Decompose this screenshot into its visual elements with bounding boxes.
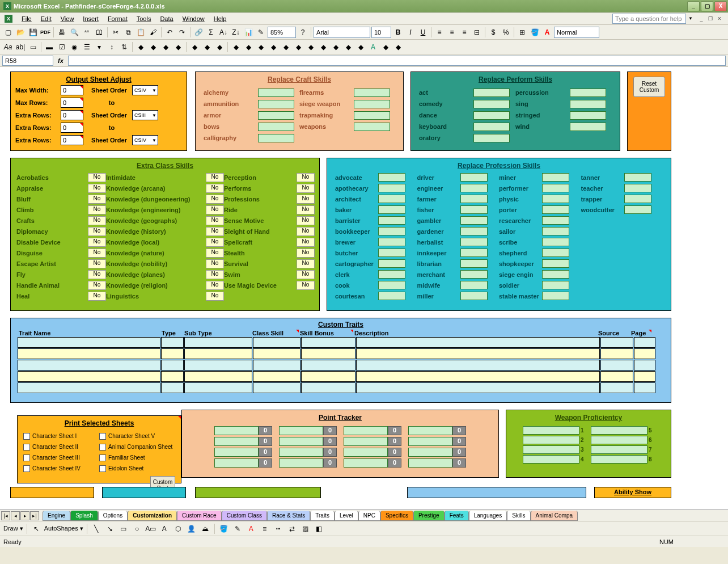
- tool-icon[interactable]: ◆: [318, 41, 329, 53]
- combo-icon[interactable]: ▾: [94, 41, 105, 53]
- tracker-input[interactable]: [214, 437, 259, 446]
- weapon-input[interactable]: [523, 436, 579, 444]
- class-skill-toggle[interactable]: No: [88, 249, 106, 258]
- currency-icon[interactable]: $: [488, 27, 499, 38]
- tracker-input[interactable]: [279, 437, 323, 446]
- value-spinner[interactable]: 0: [61, 135, 83, 145]
- tool-icon[interactable]: ◆: [160, 41, 171, 53]
- tool-icon[interactable]: ◆: [135, 41, 146, 53]
- profession-input[interactable]: [542, 281, 569, 289]
- tool-icon[interactable]: ◆: [243, 41, 254, 53]
- class-skill-toggle[interactable]: No: [206, 292, 224, 301]
- line-color-icon[interactable]: ✎: [232, 523, 243, 534]
- skill-input[interactable]: [473, 100, 510, 108]
- tool-icon[interactable]: ◆: [172, 41, 184, 53]
- sheet-tab-prestige[interactable]: Prestige: [413, 511, 445, 521]
- pdf-icon[interactable]: PDF: [40, 27, 51, 38]
- weapon-input[interactable]: [591, 455, 647, 464]
- class-skill-toggle[interactable]: No: [88, 238, 106, 247]
- font-select[interactable]: [314, 27, 370, 38]
- profession-input[interactable]: [460, 270, 488, 279]
- autosum-icon[interactable]: Σ: [205, 27, 217, 38]
- profession-input[interactable]: [624, 205, 651, 214]
- format-painter-icon[interactable]: 🖌: [147, 27, 159, 38]
- line-icon[interactable]: ╲: [91, 523, 102, 534]
- weapon-input[interactable]: [523, 426, 579, 435]
- skill-input[interactable]: [258, 111, 294, 120]
- scroll-icon[interactable]: ↕: [106, 41, 117, 53]
- close-button[interactable]: X: [714, 1, 727, 11]
- tool-icon[interactable]: ◆: [293, 41, 304, 53]
- profession-input[interactable]: [460, 227, 488, 235]
- value-spinner[interactable]: 0: [61, 123, 83, 133]
- menu-data[interactable]: Data: [155, 14, 177, 23]
- skill-input[interactable]: [570, 111, 606, 120]
- value-spinner[interactable]: 0: [61, 85, 83, 95]
- tool-icon[interactable]: ◆: [355, 41, 366, 53]
- value-spinner[interactable]: 0: [61, 110, 83, 120]
- profession-input[interactable]: [542, 195, 569, 203]
- profession-input[interactable]: [460, 173, 488, 182]
- paste-icon[interactable]: 📋: [135, 27, 146, 38]
- sheet-tab-skills[interactable]: Skills: [507, 511, 530, 521]
- tool-icon[interactable]: ◆: [330, 41, 341, 53]
- oval-icon[interactable]: ○: [132, 523, 143, 534]
- tracker-input[interactable]: [214, 448, 259, 457]
- profession-input[interactable]: [460, 238, 488, 246]
- trait-row[interactable]: [18, 371, 664, 382]
- preview-icon[interactable]: 🔍: [69, 27, 80, 38]
- sheet-tab-feats[interactable]: Feats: [445, 511, 469, 521]
- profession-input[interactable]: [378, 184, 405, 192]
- class-skill-toggle[interactable]: No: [206, 238, 224, 247]
- autoshapes-menu[interactable]: AutoShapes ▾: [44, 525, 83, 532]
- spell-icon[interactable]: ᴬᴮ: [81, 27, 92, 38]
- skill-input[interactable]: [473, 89, 510, 97]
- menu-format[interactable]: Format: [103, 14, 132, 23]
- tool-icon[interactable]: ◆: [147, 41, 159, 53]
- tab-next-icon[interactable]: ▸: [20, 511, 29, 520]
- dropdown-icon[interactable]: ▼: [688, 16, 693, 21]
- menu-edit[interactable]: Edit: [36, 14, 56, 23]
- tool-icon[interactable]: ◆: [342, 41, 354, 53]
- profession-input[interactable]: [378, 259, 405, 268]
- new-icon[interactable]: ▢: [2, 27, 14, 38]
- italic-icon[interactable]: I: [405, 27, 416, 38]
- profession-input[interactable]: [378, 173, 405, 182]
- weapon-input[interactable]: [523, 455, 579, 464]
- profession-input[interactable]: [542, 227, 569, 235]
- line-weight-icon[interactable]: ≡: [259, 523, 270, 534]
- sheet-checkbox[interactable]: [99, 454, 106, 461]
- sheet-checkbox[interactable]: [23, 454, 30, 461]
- tool-icon[interactable]: ◆: [255, 41, 266, 53]
- value-spinner[interactable]: 0: [61, 98, 83, 108]
- clipart-icon[interactable]: 👤: [186, 523, 197, 534]
- copy-icon[interactable]: ⧉: [122, 27, 134, 38]
- sheet-tab-level[interactable]: Level: [335, 511, 358, 521]
- tracker-input[interactable]: [279, 448, 323, 457]
- fontsize-select[interactable]: [371, 27, 391, 38]
- tool-icon[interactable]: ◆: [268, 41, 279, 53]
- undo-icon[interactable]: ↶: [164, 27, 175, 38]
- chart-icon[interactable]: 📊: [243, 27, 254, 38]
- spinner-icon[interactable]: ⇅: [118, 41, 130, 53]
- cut-icon[interactable]: ✂: [110, 27, 121, 38]
- skill-input[interactable]: [258, 100, 294, 108]
- sheet-checkbox[interactable]: [23, 444, 30, 451]
- tool-icon[interactable]: ◆: [280, 41, 291, 53]
- profession-input[interactable]: [460, 195, 488, 203]
- sheet-tab-traits[interactable]: Traits: [310, 511, 335, 521]
- class-skill-toggle[interactable]: No: [88, 270, 106, 279]
- menu-file[interactable]: File: [17, 14, 36, 23]
- skill-input[interactable]: [354, 111, 390, 120]
- profession-input[interactable]: [460, 259, 488, 268]
- class-skill-toggle[interactable]: No: [206, 259, 224, 268]
- redo-icon[interactable]: ↷: [176, 27, 188, 38]
- rect-icon[interactable]: ▭: [118, 523, 129, 534]
- sheet-tab-animal-compa[interactable]: Animal Compa: [531, 511, 578, 521]
- profession-input[interactable]: [542, 259, 569, 268]
- tracker-input[interactable]: [344, 448, 388, 457]
- sheet-tab-customization[interactable]: Customization: [128, 511, 177, 521]
- sort-asc-icon[interactable]: A↓: [218, 27, 229, 38]
- minimize-button[interactable]: _: [687, 1, 700, 11]
- help-icon[interactable]: ?: [297, 27, 308, 38]
